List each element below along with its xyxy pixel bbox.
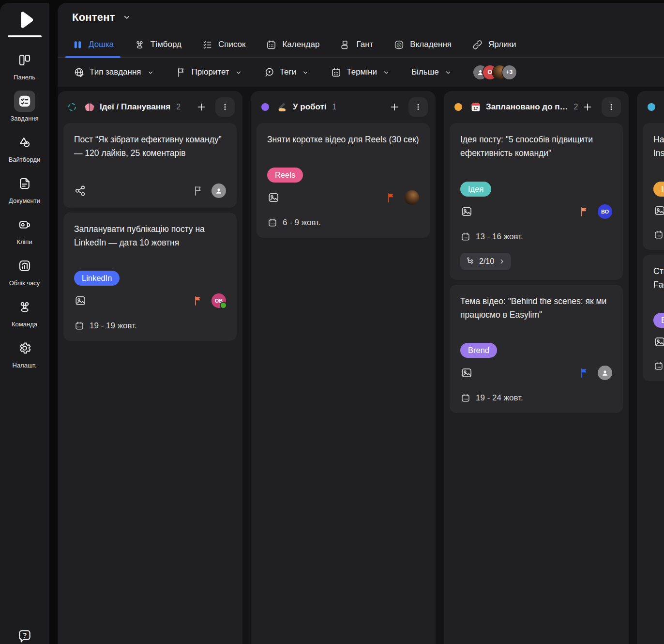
tab-attachment[interactable]: @ Вкладення [393, 32, 452, 57]
calendar-icon [74, 321, 85, 331]
assignee-avatar-photo[interactable] [405, 190, 419, 205]
kanban-column: Нап Inst Ins 3 Ств Fac Bre 1 [637, 91, 664, 644]
task-card[interactable]: Запланувати публікацію посту на LinkedIn… [63, 213, 237, 341]
priority-flag-icon[interactable] [385, 192, 397, 203]
image-icon [653, 204, 664, 217]
column-menu-button[interactable] [215, 97, 235, 117]
svg-text:17: 17 [473, 106, 478, 111]
assignee-avatar[interactable] [211, 184, 226, 198]
calendar-icon [267, 217, 278, 228]
sidebar-item-team[interactable]: Команда [0, 294, 49, 330]
add-card-button[interactable] [580, 100, 595, 114]
sidebar-item-clips[interactable]: Кліпи [0, 212, 49, 248]
tag-pill[interactable]: LinkedIn [74, 271, 120, 286]
tag-pill[interactable]: Ins [653, 182, 664, 197]
help-icon[interactable]: ? [16, 628, 33, 644]
tab-list[interactable]: Список [202, 32, 246, 57]
task-card[interactable]: Зняти коротке відео для Reels (30 сек) R… [257, 123, 430, 238]
calendar-icon [331, 67, 342, 78]
column-menu-button[interactable] [408, 97, 428, 117]
task-card[interactable]: Нап Inst Ins 3 [643, 123, 664, 250]
card-title: Тема відео: "Behind the scenes: як ми пр… [460, 294, 612, 322]
card-icon-row [460, 366, 612, 380]
sidebar-item-panel[interactable]: Панель [0, 47, 49, 83]
card-icon-row [267, 190, 419, 205]
filter-globe[interactable]: Тип завдання [74, 67, 154, 78]
task-card[interactable]: Ств Fac Bre 1 [643, 255, 664, 382]
tab-board[interactable]: Дошка [72, 32, 114, 57]
column-title: Ідеї / Планування [100, 102, 170, 112]
column-status-dot [68, 103, 76, 111]
calendar-icon [653, 230, 664, 240]
app-logo-play-icon[interactable] [14, 9, 36, 31]
kanban-board: Ідеї / Планування 2 Пост “Як зібрати ефе… [58, 87, 664, 644]
column-header: 17 Заплановано до п… 2 [450, 96, 623, 118]
subtasks-badge[interactable]: 2/10 [460, 253, 511, 270]
member-avatar-stack: O+3 [473, 65, 516, 79]
kanban-column: Ідеї / Планування 2 Пост “Як зібрати ефе… [58, 91, 242, 644]
assignee-avatar[interactable]: ОВ [211, 293, 226, 308]
sidebar-item-settings[interactable]: Налашт. [0, 335, 49, 371]
priority-flag-icon[interactable] [578, 206, 590, 217]
sidebar-item-label: Вайтборди [9, 156, 41, 163]
date-range: 19 - 19 жовт. [90, 321, 137, 331]
teamboard-icon [134, 39, 145, 50]
page-title: Контент [72, 11, 115, 24]
kanban-column: 17 Заплановано до п… 2 Ідея посту: "5 сп… [444, 91, 629, 644]
tag-pill[interactable]: Bre [653, 313, 664, 328]
priority-flag-icon[interactable] [192, 185, 204, 197]
column-header [643, 96, 664, 118]
card-tags: LinkedIn [74, 271, 226, 286]
filter-more[interactable]: Більше [411, 67, 452, 77]
kanban-column: У роботі 1 Зняти коротке відео для Reels… [251, 91, 436, 644]
tab-teamboard[interactable]: Тімборд [134, 32, 181, 57]
filter-flag-outline[interactable]: Пріоритет [176, 67, 242, 78]
card-title: Нап Inst [653, 133, 664, 160]
task-card[interactable]: Ідея посту: "5 способів підвищити ефекти… [450, 123, 623, 280]
filter-label: Теги [280, 67, 297, 77]
assignee-avatar[interactable] [598, 366, 612, 380]
column-header: Ідеї / Планування 2 [63, 96, 237, 118]
priority-flag-icon[interactable] [192, 295, 204, 307]
sidebar-item-whiteboard[interactable]: Вайтборди [0, 129, 49, 166]
tab-gantt[interactable]: Гант [340, 32, 373, 57]
task-card[interactable]: Тема відео: "Behind the scenes: як ми пр… [450, 285, 623, 414]
column-title: Заплановано до п… [486, 102, 568, 112]
date-range: 19 - 24 жовт. [476, 393, 523, 403]
card-icon-row [653, 204, 664, 217]
add-card-button[interactable] [194, 100, 209, 114]
sidebar-item-time[interactable]: Облік часу [0, 253, 49, 289]
tab-label: Дошка [89, 40, 114, 49]
priority-flag-icon[interactable] [578, 367, 590, 379]
add-card-button[interactable] [387, 100, 402, 114]
card-title: Пост “Як зібрати ефективну команду” — 12… [74, 133, 226, 160]
sidebar-item-tasks[interactable]: Завдання [0, 88, 49, 124]
sidebar-nav: Панель Завдання Вайтборди Документи Кліп… [0, 47, 49, 371]
avatar-overflow-count[interactable]: +3 [502, 65, 516, 79]
calendar-icon [460, 393, 471, 403]
card-icon-row: ВО [460, 204, 612, 219]
team-icon [14, 296, 35, 318]
calendar-icon [653, 361, 664, 371]
filter-calendar[interactable]: Терміни [331, 67, 390, 78]
sidebar-item-label: Панель [14, 74, 35, 81]
tag-pill[interactable]: Brend [460, 343, 497, 358]
tab-labels[interactable]: Ярлики [472, 32, 516, 57]
column-status-dot [648, 103, 655, 111]
flag-outline-icon [176, 67, 187, 78]
image-icon [653, 336, 664, 348]
sidebar-item-docs[interactable]: Документи [0, 170, 49, 207]
task-card[interactable]: Пост “Як зібрати ефективну команду” — 12… [63, 123, 237, 208]
share-icon [74, 184, 87, 197]
tag-pill[interactable]: Reels [267, 168, 303, 183]
filter-tag[interactable]: Теги [264, 67, 309, 78]
subtasks-icon [466, 256, 475, 267]
tab-calendar[interactable]: Календар [266, 32, 319, 57]
image-icon [74, 294, 87, 307]
chevron-down-icon[interactable] [123, 14, 131, 21]
assignee-avatar[interactable]: ВО [598, 204, 612, 219]
tag-icon [264, 67, 275, 78]
tag-pill[interactable]: Ідея [460, 182, 491, 197]
filter-label: Пріоритет [192, 67, 229, 77]
column-menu-button[interactable] [602, 97, 621, 117]
